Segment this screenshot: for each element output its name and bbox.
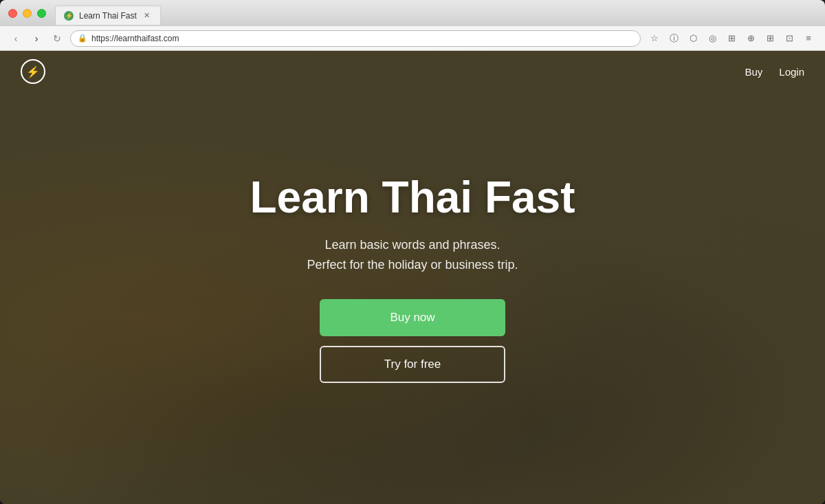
extension-icon[interactable]: ⊕ [742,30,759,47]
tab-bar: ⚡ Learn Thai Fast ✕ [55,0,784,26]
hero-title: Learn Thai Fast [250,172,575,223]
buy-now-button[interactable]: Buy now [320,299,505,336]
maximize-button[interactable] [37,9,46,18]
refresh-button[interactable]: ↻ [50,31,65,46]
title-bar: ⚡ Learn Thai Fast ✕ [0,0,825,26]
logo-symbol: ⚡ [26,65,40,78]
address-bar: ‹ › ↻ 🔒 https://learnthaifast.com ☆ ⓘ ⬡ … [0,26,825,51]
pocket-icon[interactable]: ⬡ [685,30,701,47]
site-logo: ⚡ [21,59,45,84]
info-icon[interactable]: ⓘ [666,30,682,47]
browser-window: ⚡ Learn Thai Fast ✕ ‹ › ↻ 🔒 https://lear… [0,0,825,504]
tab-close-icon[interactable]: ✕ [142,11,152,21]
nav-buy-link[interactable]: Buy [745,66,762,78]
try-free-button[interactable]: Try for free [320,346,505,383]
toolbar-icons: ☆ ⓘ ⬡ ◎ ⊞ ⊕ ⊞ ⊡ ≡ [646,30,817,47]
tab-favicon: ⚡ [64,11,74,21]
tab-title: Learn Thai Fast [79,11,137,21]
close-button[interactable] [8,9,17,18]
layers-icon[interactable]: ⊞ [723,30,740,47]
window-controls [8,9,46,18]
url-field[interactable]: 🔒 https://learnthaifast.com [70,30,641,47]
url-text: https://learnthaifast.com [91,34,179,43]
shield-icon[interactable]: ◎ [704,30,720,47]
forward-button[interactable]: › [29,31,44,46]
menu-icon[interactable]: ≡ [800,30,817,47]
browser-tab[interactable]: ⚡ Learn Thai Fast ✕ [55,6,161,25]
hero-subtitle-line2: Perfect for the holiday or business trip… [307,258,518,272]
lock-icon: 🔒 [78,34,87,43]
minimize-button[interactable] [23,9,32,18]
hero-section: Learn Thai Fast Learn basic words and ph… [0,51,825,504]
grid-icon[interactable]: ⊞ [762,30,778,47]
hero-subtitle-line1: Learn basic words and phrases. [324,238,500,252]
nav-login-link[interactable]: Login [779,66,804,78]
nav-links: Buy Login [745,66,804,78]
site-nav: ⚡ Buy Login [0,51,825,92]
bookmark-icon[interactable]: ☆ [646,30,663,47]
hero-subtitle: Learn basic words and phrases. Perfect f… [307,235,518,275]
website-content: ⚡ Buy Login Learn Thai Fast Learn basic … [0,51,825,504]
back-button[interactable]: ‹ [8,31,23,46]
camera-icon[interactable]: ⊡ [781,30,798,47]
